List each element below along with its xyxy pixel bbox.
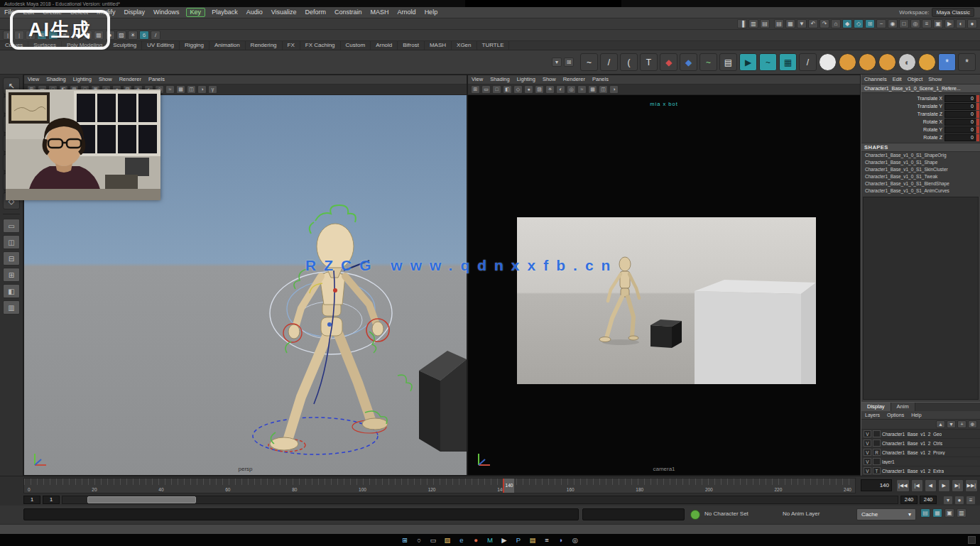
layer-name[interactable]: Character1_Base_v1_2_Proxy (882, 450, 945, 455)
shelf-tab-arnold[interactable]: Arnold (371, 41, 398, 50)
half-shaded-sphere-icon[interactable]: ◐ (898, 53, 916, 71)
character-rig[interactable] (230, 163, 422, 475)
channel-rotate-y[interactable]: Rotate Y (864, 127, 944, 132)
construction-history-icon[interactable]: ≡ (922, 19, 932, 28)
shaded-mode-icon[interactable]: ● (524, 85, 533, 94)
dope-sheet-icon[interactable]: ▤ (719, 53, 737, 71)
layer-menu-help[interactable]: Help (908, 413, 925, 417)
menu-arnold[interactable]: Arnold (393, 7, 420, 18)
make-live-icon[interactable]: ◎ (910, 19, 920, 28)
shelf-menu-icon[interactable]: ▾ (552, 58, 562, 67)
media-player-icon[interactable]: ▶ (500, 535, 509, 545)
channel-box-object-name[interactable]: Character1_Base_v1_0_Scene_1_Refere... (861, 84, 980, 93)
film-gate-icon[interactable]: ▭ (481, 85, 491, 94)
select-by-hierarchy-icon[interactable]: ⌂ (831, 19, 841, 28)
four-pane-layout-icon[interactable]: ⊞ (3, 268, 20, 282)
layer-row[interactable]: V layer1 (861, 457, 980, 466)
open-render-view-icon[interactable]: ▣ (933, 19, 943, 28)
channel-box-toggle-icon[interactable]: ▐ (737, 19, 747, 28)
undo-icon[interactable]: ↶ (808, 19, 818, 28)
shelf-tab-fx-caching[interactable]: FX Caching (300, 41, 341, 50)
layer-editor-tab-display[interactable]: Display (861, 403, 891, 411)
layer-name[interactable]: layer1 (882, 459, 895, 464)
channel-value-field[interactable]: 0 (944, 134, 976, 141)
gate-mask-icon[interactable]: ◧ (503, 85, 512, 94)
panel-menu-show[interactable]: Show (95, 75, 116, 84)
cache-dropdown[interactable]: Cache ▾ (856, 508, 916, 520)
shadows-icon[interactable]: ◐ (556, 85, 565, 94)
textured-display-icon[interactable]: ▨ (116, 31, 126, 40)
panel-menu-lighting[interactable]: Lighting (70, 75, 95, 84)
timeline-playhead[interactable]: 140 (503, 479, 514, 493)
shelf-tab-uv-editing[interactable]: UV Editing (142, 41, 180, 50)
exposure-icon[interactable]: ◑ (609, 85, 619, 94)
channel-box-menu-channels[interactable]: Channels (861, 75, 890, 84)
orange-sphere-material-icon[interactable] (839, 53, 856, 71)
channel-translate-y[interactable]: Translate Y (864, 104, 944, 109)
menu-visualize[interactable]: Visualize (267, 7, 301, 18)
shelf-tab-rendering[interactable]: Rendering (246, 41, 283, 50)
channel-value-field[interactable]: 0 (944, 95, 976, 102)
go-to-start-button[interactable]: |◀◀ (896, 479, 910, 492)
ghosting-icon[interactable]: ▦ (779, 53, 797, 71)
panel-menu-panels[interactable]: Panels (589, 75, 612, 84)
layer-editor-tab-anim[interactable]: Anim (891, 403, 915, 411)
animation-start-field[interactable]: 1 (23, 496, 40, 504)
panel-menu-renderer[interactable]: Renderer (116, 75, 145, 84)
orange-pearl-material-icon[interactable] (918, 53, 936, 71)
notification-center-icon[interactable] (968, 536, 976, 544)
workspace-dropdown[interactable]: Maya Classic (932, 8, 974, 17)
persp-outliner-layout-icon[interactable]: ◧ (3, 284, 20, 298)
shelf-tab-custom[interactable]: Custom (341, 41, 371, 50)
menu-windows[interactable]: Windows (149, 7, 184, 18)
orange-sphere-material-3-icon[interactable] (878, 53, 896, 71)
layer-row[interactable]: V Character1_Base_v1_2_Geo (861, 430, 980, 439)
layer-row[interactable]: V R Character1_Base_v1_2_Proxy (861, 448, 980, 457)
gamma-icon[interactable]: γ (208, 85, 217, 94)
playback-start-field[interactable]: 1 (43, 496, 60, 504)
channel-box-menu-edit[interactable]: Edit (890, 75, 905, 84)
two-pane-stacked-layout-icon[interactable]: ⊟ (3, 251, 20, 266)
layer-menu-options[interactable]: Options (883, 413, 908, 417)
shelf-tab-mash[interactable]: MASH (425, 41, 452, 50)
layer-name[interactable]: Character1_Base_v1_2_Geo (882, 432, 942, 437)
layer-name[interactable]: Character1_Base_v1_2_Ctrls (882, 441, 942, 446)
panel-menu-shading[interactable]: Shading (486, 75, 513, 84)
anti-aliasing-icon[interactable]: ≈ (577, 85, 587, 94)
snap-to-plane-icon[interactable]: □ (899, 19, 909, 28)
use-all-lights-icon[interactable]: ☀ (545, 85, 555, 94)
animation-preferences-icon[interactable]: ≡ (966, 496, 976, 505)
shelf-tab-fx[interactable]: FX (283, 41, 300, 50)
orange-sphere-material-2-icon[interactable] (859, 53, 876, 71)
arc-tool-icon[interactable]: ( (620, 53, 638, 71)
shape-node-name[interactable]: Character1_Base_v1_0_S1_SkinCluster (861, 166, 980, 173)
edge-browser-icon[interactable]: e (457, 535, 467, 545)
channel-box-menu-object[interactable]: Object (905, 75, 926, 84)
channel-value-field[interactable]: 0 (944, 103, 976, 110)
panel-menu-lighting[interactable]: Lighting (513, 75, 539, 84)
menu-key-highlighted[interactable]: Key (186, 8, 206, 17)
xray-mode-icon[interactable]: ▩ (588, 85, 597, 94)
white-sphere-material-icon[interactable] (819, 53, 837, 71)
task-view-icon[interactable]: ▭ (429, 535, 438, 545)
ipr-render-icon[interactable]: ◐ (956, 19, 966, 28)
scene-cube[interactable] (419, 345, 467, 462)
isolate-select-icon[interactable]: ◫ (599, 85, 608, 94)
time-slider[interactable]: 020406080100120140160180200220240 140 (23, 478, 856, 493)
animation-end-field[interactable]: 240 (920, 496, 937, 504)
move-layer-up-icon[interactable]: ▲ (936, 420, 945, 428)
shape-node-name[interactable]: Character1_Base_v1_0_S1_Shape (861, 159, 980, 166)
menu-help[interactable]: Help (420, 7, 442, 18)
step-back-frame-button[interactable]: |◀ (911, 479, 923, 492)
shelf-tab-sculpting[interactable]: Sculpting (108, 41, 142, 50)
playback-speed-icon[interactable]: ▾ (943, 496, 953, 505)
maya-icon[interactable]: M (486, 535, 495, 545)
new-scene-icon[interactable]: ▤ (774, 19, 784, 28)
fx-utility-icon[interactable]: * (958, 53, 976, 71)
layer-visibility-toggle[interactable]: V (864, 467, 871, 474)
menu-playback[interactable]: Playback (207, 7, 242, 18)
panel-menu-renderer[interactable]: Renderer (560, 75, 589, 84)
shelf-tab-xgen[interactable]: XGen (452, 41, 477, 50)
shelf-tab-bifrost[interactable]: Bifrost (398, 41, 425, 50)
two-pane-side-layout-icon[interactable]: ◫ (3, 235, 20, 249)
